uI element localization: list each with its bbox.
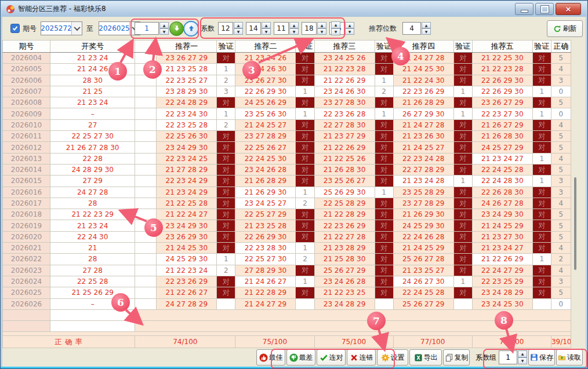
vertical-scrollbar[interactable] — [573, 41, 578, 353]
spinner-down-icon[interactable]: ▼ — [518, 357, 527, 364]
minimize-button[interactable] — [515, 3, 533, 15]
close-button[interactable]: × — [556, 3, 581, 15]
save-icon — [530, 353, 538, 361]
recommend-cell: 23 24 25 30 — [472, 298, 532, 309]
column-header — [135, 41, 157, 53]
positions-label: 推荐位数 — [369, 22, 397, 35]
gap-cell — [135, 220, 157, 231]
spinner-up-icon[interactable]: ▲ — [518, 350, 527, 357]
button-label: 复制 — [455, 353, 469, 363]
bottom-button-3[interactable]: 连错 — [347, 349, 376, 366]
empty-row — [3, 309, 571, 320]
coef-group-spinner[interactable]: 1 ▲▼ — [499, 350, 527, 364]
spinner-up-icon[interactable]: ▲ — [159, 22, 169, 28]
recommend-cell: 21 22 25 30 — [472, 53, 532, 64]
verify-cell: 1 — [532, 176, 551, 187]
bottom-button-2[interactable]: 连对 — [317, 349, 346, 366]
coef-spinner-3[interactable]: 11 ▲▼ — [274, 22, 299, 35]
gap-cell — [135, 209, 157, 220]
move-up-button[interactable] — [183, 21, 199, 36]
bottom-button-6[interactable]: 复制 — [443, 349, 470, 366]
verify-cell: 1 — [296, 187, 314, 198]
table-row: 20260172821 22 25 28对23 24 25 27222 25 2… — [3, 198, 571, 209]
verify-cell: 对 — [532, 164, 551, 175]
verify-cell: 对 — [453, 265, 472, 276]
bottom-button-1[interactable]: 最差 — [286, 349, 315, 366]
refresh-button[interactable]: 刷新 — [547, 20, 583, 37]
spinner-up-icon[interactable]: ▲ — [234, 22, 243, 28]
verify-cell: 对 — [296, 231, 314, 242]
period-checkbox[interactable] — [10, 22, 20, 35]
correct-count-cell: 5 — [551, 131, 571, 142]
button-label: 设置 — [391, 353, 405, 363]
chevron-down-icon[interactable] — [71, 22, 82, 35]
spinner-down-icon[interactable]: ▼ — [234, 28, 243, 35]
bottom-button-5[interactable]: X导出 — [409, 349, 442, 366]
recommend-cell: 22 25 28 29 — [314, 198, 375, 209]
spinner-up-icon[interactable]: ▲ — [331, 21, 340, 28]
draw-numbers-cell: – — [50, 298, 135, 309]
move-down-button[interactable] — [169, 21, 184, 36]
maximize-button[interactable] — [535, 3, 554, 15]
spinner-down-icon[interactable]: ▼ — [289, 28, 299, 35]
verify-cell: 对 — [375, 97, 393, 108]
spinner-down-icon[interactable]: ▼ — [317, 28, 326, 35]
spinner-up-icon[interactable]: ▲ — [289, 22, 299, 28]
verify-cell: 对 — [453, 287, 472, 298]
draw-numbers-cell: – — [50, 108, 135, 119]
summary-value: 77/100 — [393, 336, 472, 348]
verify-cell: 对 — [453, 243, 472, 254]
recommend-cell: 21 23 24 29 — [157, 187, 217, 198]
button-label: 最佳 — [269, 353, 283, 363]
checkbox-check-icon — [10, 24, 20, 33]
table-row: 202600421 23 2423 26 27 29对21 23 24 26对2… — [3, 53, 571, 64]
coef-spinner-4[interactable]: 18 ▲▼ — [302, 22, 326, 35]
load-button[interactable]: 读取 — [556, 349, 583, 366]
recommend-cell: 26 27 29 30 — [393, 108, 453, 119]
verify-cell: 对 — [296, 209, 314, 220]
positions-spinner[interactable]: 4 ▲▼ — [402, 22, 431, 35]
verify-cell: 对 — [217, 97, 235, 108]
column-header: 正确 — [551, 41, 571, 53]
recommend-cell: 21 22 28 29 — [314, 209, 375, 220]
svg-text:X: X — [416, 355, 420, 360]
coef-spinner-1[interactable]: 12 ▲▼ — [218, 22, 243, 35]
spinner-down-icon[interactable]: ▼ — [331, 28, 340, 35]
spinner-up-icon[interactable]: ▲ — [317, 22, 326, 28]
spinner-down-icon[interactable]: ▼ — [345, 28, 354, 35]
recommend-cell: 23 24 26 28 — [235, 164, 296, 175]
spinner-up-icon[interactable]: ▲ — [262, 22, 271, 28]
recommend-cell: 21 24 27 28 — [393, 53, 453, 64]
verify-cell: 对 — [296, 119, 314, 130]
coef-value: 11 — [274, 22, 289, 35]
verify-cell: 对 — [453, 209, 472, 220]
spinner-down-icon[interactable]: ▼ — [159, 28, 169, 35]
verify-cell: 对 — [296, 97, 314, 108]
period-from-combo[interactable]: 2025272 — [41, 21, 82, 35]
verify-cell: 2 — [375, 86, 393, 97]
verify-cell: 1 — [296, 108, 314, 119]
step-spinner[interactable]: 1 ▲▼ — [135, 22, 169, 35]
spinner-up-icon[interactable]: ▲ — [345, 22, 354, 28]
window-bottom-edge — [1, 367, 587, 368]
period-from-value: 2025272 — [41, 22, 71, 35]
spinner-up-icon[interactable]: ▲ — [422, 22, 431, 28]
bottom-button-4[interactable]: 设置 — [377, 349, 408, 366]
spinner-down-icon[interactable]: ▼ — [262, 28, 271, 35]
button-label: 最差 — [299, 353, 313, 363]
coef-extra-spinner[interactable]: ▲▼ — [331, 21, 340, 35]
table-row: 202602327 2821 22 23 24227 28 29 30对25 2… — [3, 265, 571, 276]
recommend-cell: 21 22 23 24 — [157, 265, 217, 276]
save-button[interactable]: 保存 — [528, 349, 555, 366]
bottom-button-0[interactable]: 最佳 — [256, 349, 285, 366]
spinner-down-icon[interactable]: ▼ — [422, 28, 431, 35]
period-cell: 2026010 — [3, 119, 50, 130]
coef-spinner-2[interactable]: 14 ▲▼ — [246, 22, 271, 35]
recommend-cell: 21 23 27 29 — [314, 131, 375, 142]
copy-icon — [445, 353, 453, 362]
column-header: 推荐二 — [235, 41, 296, 53]
verify-cell: 1 — [296, 86, 314, 97]
recommend-cell: 25 26 29 30 — [314, 187, 375, 198]
verify-cell: 对 — [532, 209, 551, 220]
scrollbar-thumb[interactable] — [574, 177, 576, 270]
